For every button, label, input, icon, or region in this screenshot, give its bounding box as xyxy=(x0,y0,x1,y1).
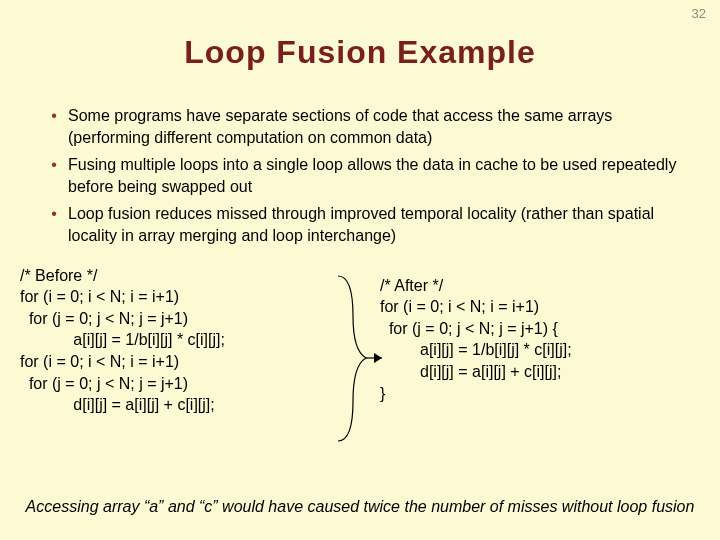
bullet-text: Loop fusion reduces missed through impro… xyxy=(68,203,680,246)
code-line: /* Before */ xyxy=(20,265,320,287)
code-line: a[i][j] = 1/b[i][j] * c[i][j]; xyxy=(20,329,320,351)
code-before: /* Before */ for (i = 0; i < N; i = i+1)… xyxy=(20,265,320,416)
code-line: /* After */ xyxy=(380,275,630,297)
code-line: for (j = 0; j < N; j = j+1) xyxy=(20,373,320,395)
code-line: for (i = 0; i < N; i = i+1) xyxy=(380,296,630,318)
bullet-item: • Loop fusion reduces missed through imp… xyxy=(40,203,680,246)
code-line: d[i][j] = a[i][j] + c[i][j]; xyxy=(380,361,630,383)
bullet-dot: • xyxy=(40,154,68,197)
page-number: 32 xyxy=(692,6,706,21)
code-line: for (j = 0; j < N; j = j+1) xyxy=(20,308,320,330)
bullet-dot: • xyxy=(40,203,68,246)
brace-arrow-icon xyxy=(318,271,388,446)
bullet-item: • Some programs have separate sections o… xyxy=(40,105,680,148)
code-line: a[i][j] = 1/b[i][j] * c[i][j]; xyxy=(380,339,630,361)
slide-title: Loop Fusion Example xyxy=(0,34,720,71)
svg-marker-1 xyxy=(374,353,382,363)
bullet-dot: • xyxy=(40,105,68,148)
bullet-text: Some programs have separate sections of … xyxy=(68,105,680,148)
bullet-list: • Some programs have separate sections o… xyxy=(40,105,680,247)
code-after: /* After */ for (i = 0; i < N; i = i+1) … xyxy=(380,275,630,405)
code-line: for (i = 0; i < N; i = i+1) xyxy=(20,351,320,373)
code-line: for (i = 0; i < N; i = i+1) xyxy=(20,286,320,308)
code-line: for (j = 0; j < N; j = j+1) { xyxy=(380,318,630,340)
footnote: Accessing array “a” and “c” would have c… xyxy=(0,498,720,516)
bullet-item: • Fusing multiple loops into a single lo… xyxy=(40,154,680,197)
code-columns: /* Before */ for (i = 0; i < N; i = i+1)… xyxy=(20,265,700,416)
bullet-text: Fusing multiple loops into a single loop… xyxy=(68,154,680,197)
code-line: } xyxy=(380,383,630,405)
code-line: d[i][j] = a[i][j] + c[i][j]; xyxy=(20,394,320,416)
